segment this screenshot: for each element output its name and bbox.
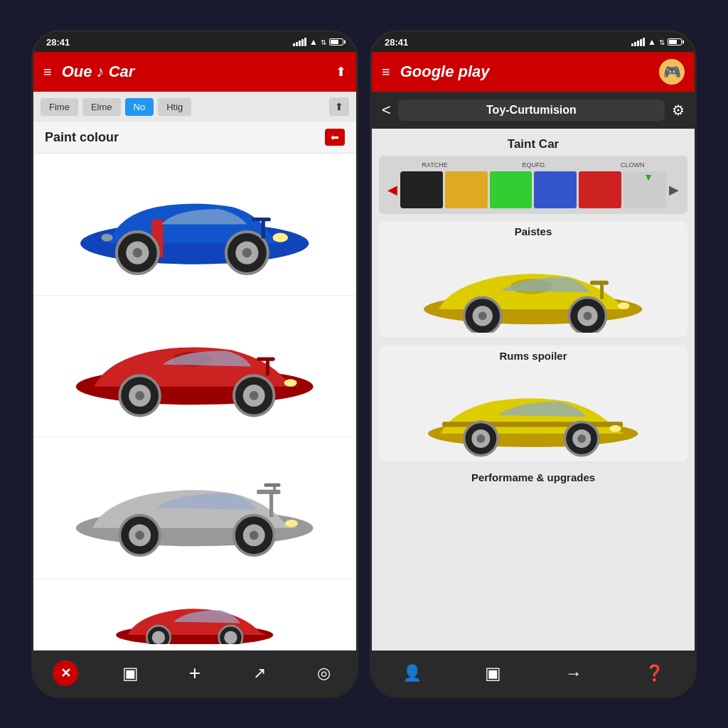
- svg-point-50: [618, 302, 630, 309]
- color-palette-section: RATCHE EQUFD. CLOWN ◀ ▼ ▶: [379, 156, 687, 214]
- right-content: Taint Car RATCHE EQUFD. CLOWN ◀: [372, 129, 695, 651]
- left-status-icons: ▲ ⇅: [293, 37, 343, 47]
- svg-point-39: [225, 631, 237, 644]
- svg-point-7: [242, 248, 252, 257]
- color-label-2: CLOWN: [621, 161, 645, 168]
- svg-rect-30: [269, 492, 273, 518]
- signal-bars-icon: [293, 38, 306, 46]
- google-play-avatar: 🎮: [659, 59, 685, 85]
- right-status-bar: 28:41 ▲ ⇅: [372, 32, 695, 52]
- rums-spoiler-section[interactable]: Rums spoiler: [379, 346, 687, 461]
- svg-point-44: [478, 311, 487, 320]
- tab-no[interactable]: No: [125, 98, 154, 116]
- layers-button[interactable]: ▣: [114, 658, 146, 689]
- svg-rect-31: [257, 490, 280, 494]
- swatch-gold[interactable]: [445, 171, 488, 208]
- right-phone: 28:41 ▲ ⇅ ≡ Google play 🎮: [370, 30, 697, 698]
- performance-upgrades-label: Performame & upgrades: [471, 471, 595, 483]
- battery-icon: [329, 38, 343, 46]
- upload-button[interactable]: ⬆: [329, 97, 349, 116]
- car-item-red-muscle[interactable]: [33, 296, 356, 438]
- svg-rect-33: [264, 483, 281, 487]
- left-status-bar: 28:41 ▲ ⇅: [33, 32, 356, 52]
- svg-point-4: [133, 248, 142, 257]
- blue-sport-car-svg: [58, 167, 331, 282]
- paistes-label: Paistes: [515, 225, 552, 237]
- nav-title: Toy-Curtumision: [398, 100, 665, 121]
- yellow-sedan-car-image: [407, 365, 659, 457]
- left-time: 28:41: [46, 37, 70, 48]
- red-sedan-car-svg: [58, 585, 331, 644]
- swatch-black[interactable]: [400, 171, 443, 208]
- car-item-red-partial[interactable]: [33, 579, 356, 651]
- right-nav-bar: < Toy-Curtumision ⚙: [372, 92, 695, 129]
- swatch-red[interactable]: [579, 171, 621, 208]
- right-battery-icon: [668, 38, 682, 46]
- color-label-1: EQUFD.: [522, 161, 546, 168]
- close-button[interactable]: ✕: [50, 658, 81, 689]
- right-time: 28:41: [385, 37, 408, 48]
- right-wifi-icon: ▲: [648, 37, 656, 47]
- left-tab-bar: Fime Elme No Htig ⬆: [33, 92, 356, 122]
- share-button[interactable]: ↗: [244, 658, 275, 689]
- red-muscle-car-svg: [58, 309, 331, 424]
- svg-rect-21: [266, 359, 269, 375]
- svg-point-19: [250, 391, 259, 400]
- rums-spoiler-label: Rums spoiler: [499, 350, 567, 362]
- tab-elme[interactable]: Elme: [82, 98, 121, 116]
- left-bottom-nav: ✕ ▣ + ↗ ◎: [33, 651, 356, 696]
- media-button[interactable]: ◎: [309, 658, 340, 689]
- paint-colour-title: Paint colour: [45, 130, 119, 145]
- svg-point-37: [152, 631, 165, 644]
- svg-point-29: [250, 531, 259, 540]
- swatch-blue[interactable]: [534, 171, 577, 208]
- svg-point-20: [284, 379, 297, 386]
- yellow-muscle-car-svg: [407, 240, 659, 333]
- right-next-button[interactable]: →: [558, 658, 589, 689]
- right-status-icons: ▲ ⇅: [631, 37, 682, 47]
- paint-colour-back-button[interactable]: ⬅: [325, 129, 345, 146]
- svg-point-26: [135, 531, 144, 540]
- svg-point-58: [578, 434, 587, 443]
- svg-rect-11: [252, 218, 271, 221]
- left-app-header: ≡ Oue ♪ Car ⬆: [33, 52, 356, 92]
- data-icon: ⇅: [321, 38, 326, 46]
- tab-htig[interactable]: Htig: [158, 98, 191, 116]
- yellow-sedan-car-svg: [407, 365, 659, 457]
- grey-sport-car-svg: [58, 451, 331, 565]
- tab-fime[interactable]: Fime: [41, 98, 78, 116]
- svg-point-34: [285, 520, 298, 527]
- hamburger-menu-icon[interactable]: ≡: [43, 64, 52, 80]
- right-profile-button[interactable]: 👤: [397, 658, 428, 689]
- performance-upgrades-section: Performame & upgrades: [372, 466, 695, 490]
- settings-icon[interactable]: ⚙: [672, 102, 685, 119]
- right-data-icon: ⇅: [659, 38, 665, 46]
- car-list: [33, 154, 356, 651]
- swatch-green[interactable]: [490, 171, 532, 208]
- svg-rect-49: [590, 281, 609, 285]
- right-hamburger-menu-icon[interactable]: ≡: [382, 64, 390, 80]
- palette-left-arrow[interactable]: ◀: [385, 182, 400, 198]
- right-app-header: ≡ Google play 🎮: [372, 52, 695, 92]
- svg-point-9: [102, 234, 113, 242]
- left-phone: 28:41 ▲ ⇅ ≡ Oue ♪ Car ⬆: [31, 30, 358, 698]
- color-labels-row: RATCHE EQUFD. CLOWN: [385, 161, 682, 168]
- add-button[interactable]: +: [179, 658, 210, 689]
- right-app-title: Google play: [400, 63, 649, 81]
- right-layers-button[interactable]: ▣: [477, 658, 508, 689]
- svg-rect-22: [257, 357, 275, 360]
- paistes-section[interactable]: Paistes: [379, 221, 687, 337]
- svg-point-59: [610, 425, 622, 432]
- back-arrow-button[interactable]: <: [382, 101, 391, 119]
- svg-point-8: [273, 232, 288, 242]
- upload-icon[interactable]: ⬆: [336, 64, 346, 80]
- wifi-icon: ▲: [309, 37, 318, 47]
- right-help-button[interactable]: ❓: [638, 658, 670, 689]
- car-item-grey[interactable]: [33, 437, 356, 579]
- svg-point-47: [584, 311, 592, 320]
- svg-point-16: [135, 391, 144, 400]
- taint-car-label: Taint Car: [372, 129, 695, 156]
- car-item-blue[interactable]: [33, 154, 356, 296]
- palette-right-arrow[interactable]: ▶: [666, 182, 682, 198]
- paint-colour-section-header: Paint colour ⬅: [33, 122, 356, 154]
